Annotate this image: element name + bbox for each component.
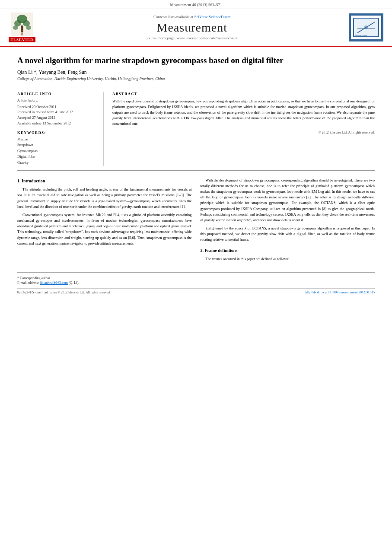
keyword-4: Digital filter (17, 154, 98, 160)
footnote-email: E-mail address: liqianheu@163.com (Q. Li… (17, 281, 375, 285)
paper-title: A novel algorithm for marine strapdown g… (17, 55, 375, 66)
abstract-text: With the rapid development of strapdown … (112, 99, 375, 127)
keyword-1: Marine (17, 137, 98, 143)
section-1-heading: 1. Introduction (17, 178, 192, 185)
intro-para-1: The attitude, including the pitch, roll … (17, 187, 192, 210)
top-citation-bar: Measurement 46 (2013) 563–571 (0, 0, 392, 9)
svg-point-2 (14, 20, 21, 26)
intro-right-para-1: With the development of strapdown gyroco… (201, 178, 375, 223)
article-history-label: Article history: (17, 99, 98, 102)
svg-point-13 (364, 25, 368, 29)
intro-right-para-2: Enlightened by the concept of OCTANS, a … (201, 226, 375, 243)
body-left-column: 1. Introduction The attitude, including … (17, 178, 192, 265)
history-item-1: Received 29 October 2011 (17, 104, 98, 110)
article-info-heading: ARTICLE INFO (17, 92, 98, 96)
body-right-column: With the development of strapdown gyroco… (201, 178, 375, 265)
elsevier-label: ELSEVIER (9, 37, 35, 42)
journal-title: Measurement (35, 21, 349, 35)
svg-point-6 (26, 25, 31, 30)
paper-affiliation: College of Automation, Harbin Engineerin… (17, 76, 375, 81)
svg-point-3 (23, 20, 30, 26)
sciverse-link[interactable]: SciVerse ScienceDirect (194, 15, 230, 19)
journal-cover-inner: Measurement (351, 16, 381, 39)
main-content: A novel algorithm for marine strapdown g… (0, 47, 392, 303)
keyword-5: Gravity (17, 160, 98, 166)
journal-header-left: ELSEVIER (9, 13, 35, 42)
keyword-3: Gyrocompass (17, 148, 98, 154)
body-columns: 1. Introduction The attitude, including … (17, 178, 375, 265)
footer-area: * Corresponding author. E-mail address: … (17, 272, 375, 294)
journal-cover-image: Measurement (349, 13, 383, 41)
elsevier-tree-icon (11, 13, 33, 36)
article-meta-row: ARTICLE INFO Article history: Received 2… (17, 87, 375, 171)
elsevier-logo: ELSEVIER (9, 13, 35, 42)
history-item-4: Available online 13 September 2012 (17, 121, 98, 126)
svg-text:Measurement: Measurement (355, 34, 367, 36)
keywords-section: Keywords: Marine Strapdown Gyrocompass D… (17, 131, 98, 166)
keywords-heading: Keywords: (17, 131, 98, 135)
abstract-heading: ABSTRACT (112, 92, 375, 96)
footer-license: 0263-2241/$ - see front matter © 2012 El… (17, 290, 111, 294)
footnote-star: * Corresponding author. (17, 276, 375, 280)
footer-doi: http://dx.doi.org/10.1016/j.measurement.… (306, 290, 375, 294)
keyword-2: Strapdown (17, 142, 98, 148)
journal-homepage: journal homepage: www.elsevier.com/locat… (35, 36, 349, 40)
sciverse-line: Contents lists available at SciVerse Sci… (35, 15, 349, 19)
abstract-column: ABSTRACT With the rapid development of s… (112, 92, 375, 166)
intro-para-2: Conventional gyrocompass system, for ins… (17, 212, 192, 246)
footer-bottom: 0263-2241/$ - see front matter © 2012 El… (17, 288, 375, 294)
doi-link[interactable]: http://dx.doi.org/10.1016/j.measurement.… (306, 290, 375, 294)
article-info-column: ARTICLE INFO Article history: Received 2… (17, 92, 104, 166)
svg-point-5 (13, 25, 18, 30)
journal-header: ELSEVIER Contents lists available at Sci… (0, 9, 392, 47)
svg-point-7 (21, 30, 23, 33)
history-item-3: Accepted 27 August 2012 (17, 115, 98, 121)
paper-authors: Qian Li *, Yueyang Ben, Feng Sun (17, 70, 375, 75)
history-item-2: Received in revised form 4 June 2012 (17, 109, 98, 115)
abstract-copyright: © 2012 Elsevier Ltd. All rights reserved… (112, 131, 375, 134)
citation-text: Measurement 46 (2013) 563–571 (170, 3, 222, 7)
cover-graphic: Measurement (353, 18, 379, 37)
frame-def-text: The frames occurred in this paper are de… (201, 256, 375, 262)
svg-rect-8 (21, 33, 23, 35)
journal-center: Contents lists available at SciVerse Sci… (35, 15, 349, 40)
footnote-email-link[interactable]: liqianheu@163.com (40, 281, 68, 285)
section-2-heading: 2. Frame definitions (201, 247, 375, 254)
